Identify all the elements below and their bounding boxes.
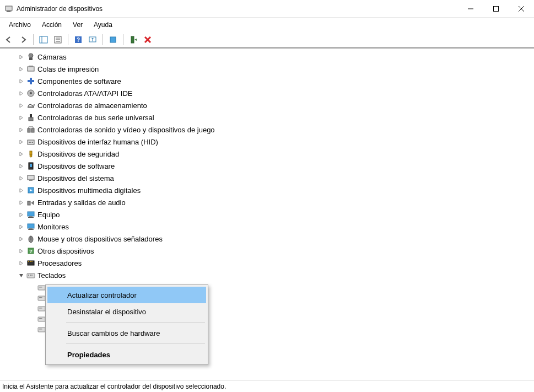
expand-icon[interactable] — [17, 125, 25, 134]
expand-icon[interactable] — [17, 137, 25, 146]
tree-label: Otros dispositivos — [37, 247, 94, 255]
tree-node[interactable]: ?Otros dispositivos — [0, 245, 534, 257]
expand-icon[interactable] — [17, 162, 25, 170]
tree-label: Equipo — [37, 211, 60, 219]
help-button[interactable]: ? — [72, 33, 85, 46]
svg-rect-16 — [110, 37, 116, 42]
window-controls — [458, 0, 534, 17]
close-button[interactable] — [509, 0, 534, 17]
svg-rect-63 — [31, 275, 33, 276]
uninstall-device-button[interactable] — [141, 33, 154, 46]
tree-node[interactable]: Dispositivos de interfaz humana (HID) — [0, 136, 534, 148]
keyboard-device-icon[interactable] — [37, 304, 46, 313]
svg-rect-72 — [38, 307, 45, 311]
expand-icon[interactable] — [17, 77, 25, 85]
expand-icon[interactable] — [17, 186, 25, 195]
svg-point-27 — [30, 92, 32, 94]
svg-rect-46 — [28, 212, 34, 216]
expand-icon[interactable] — [17, 113, 25, 122]
tree-node[interactable]: Teclados — [0, 269, 534, 281]
svg-text:?: ? — [77, 37, 80, 43]
update-driver-button[interactable] — [106, 33, 120, 46]
minimize-button[interactable] — [458, 0, 483, 17]
tree-label: Componentes de software — [37, 77, 121, 85]
tree-node[interactable]: Dispositivos de seguridad — [0, 148, 534, 160]
category-icon — [26, 101, 35, 110]
tree-label: Dispositivos de seguridad — [37, 150, 119, 158]
forward-button[interactable] — [17, 33, 30, 46]
svg-rect-69 — [39, 297, 40, 298]
tree-node[interactable]: Componentes de software — [0, 75, 534, 87]
category-icon — [26, 52, 35, 61]
show-hide-console-button[interactable] — [37, 33, 50, 46]
context-menu: Actualizar controlador Desinstalar el di… — [45, 284, 208, 365]
menu-accion[interactable]: Acción — [36, 19, 67, 31]
expand-icon[interactable] — [17, 174, 25, 182]
svg-rect-28 — [28, 106, 34, 108]
tree-node[interactable]: Controladoras de sonido y vídeo y dispos… — [0, 123, 534, 136]
svg-rect-37 — [30, 151, 32, 155]
svg-rect-49 — [28, 224, 34, 228]
expand-icon[interactable] — [17, 101, 25, 110]
tree-node[interactable]: Colas de impresión — [0, 63, 534, 75]
expand-icon[interactable] — [17, 222, 25, 231]
expand-icon[interactable] — [17, 52, 25, 61]
expand-icon[interactable] — [17, 259, 25, 267]
category-icon — [26, 113, 35, 122]
svg-text:?: ? — [29, 249, 33, 254]
expand-icon[interactable] — [17, 210, 25, 219]
tree-node[interactable]: Monitores — [0, 221, 534, 233]
keyboard-device-icon[interactable] — [37, 325, 46, 334]
ctx-uninstall-device[interactable]: Desinstalar el dispositivo — [47, 303, 206, 320]
tree-node[interactable]: Equipo — [0, 208, 534, 221]
expand-icon[interactable] — [17, 89, 25, 98]
tree-node[interactable]: Mouse y otros dispositivos señaladores — [0, 233, 534, 245]
menu-ayuda[interactable]: Ayuda — [88, 19, 118, 31]
svg-rect-21 — [29, 58, 33, 60]
svg-rect-61 — [28, 275, 29, 276]
menu-archivo[interactable]: Archivo — [3, 19, 36, 31]
tree-label: Controladoras de bus serie universal — [37, 114, 154, 122]
collapse-icon[interactable] — [17, 271, 25, 280]
tree-node[interactable]: Cámaras — [0, 51, 534, 63]
properties-button[interactable] — [51, 33, 64, 46]
tree-node[interactable]: Procesadores — [0, 257, 534, 269]
ctx-scan-hardware[interactable]: Buscar cambios de hardware — [47, 325, 206, 341]
tree-label: Monitores — [37, 223, 69, 231]
keyboard-device-icon[interactable] — [37, 315, 46, 323]
category-icon — [26, 125, 35, 134]
keyboard-device-icon[interactable] — [37, 294, 46, 302]
tree-node[interactable]: Dispositivos multimedia digitales — [0, 184, 534, 196]
menu-ver[interactable]: Ver — [67, 19, 88, 31]
expand-icon[interactable] — [17, 234, 25, 243]
expand-icon[interactable] — [17, 149, 25, 158]
enable-device-button[interactable] — [127, 33, 140, 46]
svg-rect-22 — [28, 67, 34, 71]
maximize-button[interactable] — [483, 0, 509, 17]
expand-icon[interactable] — [17, 246, 25, 255]
tree-node[interactable]: Controladoras ATA/ATAPI IDE — [0, 87, 534, 99]
tree-label: Controladoras ATA/ATAPI IDE — [37, 89, 132, 98]
keyboard-device-icon[interactable] — [37, 283, 46, 292]
tree-node[interactable]: Entradas y salidas de audio — [0, 196, 534, 208]
tree-node[interactable]: Dispositivos de software — [0, 160, 534, 172]
ctx-update-driver[interactable]: Actualizar controlador — [47, 287, 206, 303]
svg-rect-78 — [40, 318, 41, 319]
svg-rect-71 — [41, 297, 42, 298]
svg-rect-75 — [41, 308, 42, 309]
tree-label: Dispositivos del sistema — [37, 174, 114, 182]
tree-label: Controladoras de almacenamiento — [37, 101, 147, 110]
back-button[interactable] — [2, 33, 15, 46]
tree-node[interactable]: Dispositivos del sistema — [0, 172, 534, 184]
svg-rect-82 — [40, 329, 41, 330]
tree-node[interactable]: Controladoras de almacenamiento — [0, 99, 534, 111]
ctx-properties[interactable]: Propiedades — [47, 346, 206, 363]
svg-rect-29 — [30, 114, 32, 117]
toolbar: ? — [0, 32, 534, 47]
svg-rect-74 — [40, 308, 41, 309]
scan-hardware-button[interactable] — [86, 33, 99, 46]
category-icon — [26, 65, 35, 73]
expand-icon[interactable] — [17, 198, 25, 207]
expand-icon[interactable] — [17, 65, 25, 73]
tree-node[interactable]: Controladoras de bus serie universal — [0, 111, 534, 123]
